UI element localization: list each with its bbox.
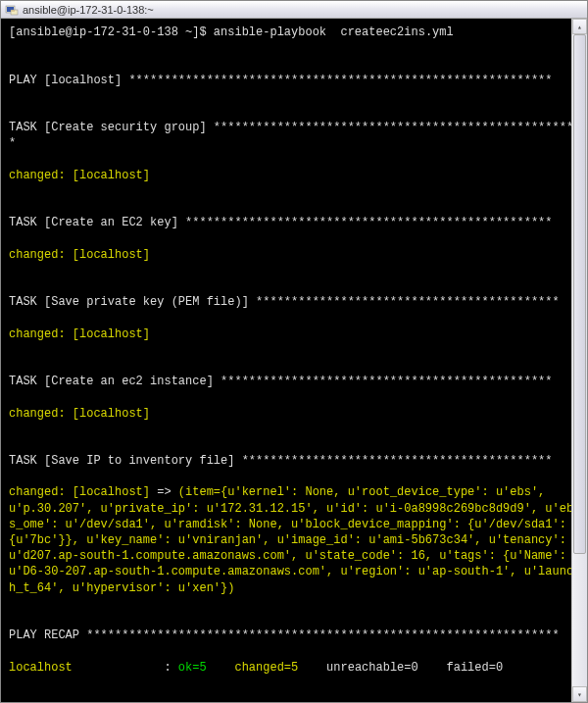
task-header: TASK [Create an EC2 key] ***************… (9, 215, 579, 230)
task-result: changed: [localhost] (9, 406, 579, 422)
title-bar[interactable]: ansible@ip-172-31-0-138:~ (1, 1, 587, 19)
task-result: changed: [localhost] (9, 168, 579, 183)
command-text: ansible-playbook createec2ins.yml (214, 25, 454, 39)
window-title: ansible@ip-172-31-0-138:~ (23, 4, 154, 16)
task-header: TASK [Save IP to inventory file] *******… (9, 453, 579, 469)
terminal-body[interactable]: [ansible@ip-172-31-0-138 ~]$ ansible-pla… (1, 19, 587, 702)
recap-header: PLAY RECAP *****************************… (9, 628, 579, 643)
task-result: changed: [localhost] (9, 326, 579, 342)
task-header: TASK [Save private key (PEM file)] *****… (9, 294, 579, 310)
terminal-window: ansible@ip-172-31-0-138:~ [ansible@ip-17… (0, 0, 588, 703)
putty-icon (5, 3, 19, 17)
recap-line: localhost : ok=5 changed=5 unreachable=0… (9, 660, 579, 676)
play-header: PLAY [localhost] ***********************… (9, 73, 579, 88)
scroll-up-button[interactable]: ▴ (572, 19, 587, 34)
task-header: TASK [Create an ec2 instance] **********… (9, 374, 579, 389)
task-header: TASK [Create security group] ***********… (9, 120, 579, 151)
vertical-scrollbar[interactable]: ▴ ▾ (571, 19, 587, 702)
shell-prompt: [ansible@ip-172-31-0-138 ~]$ (9, 25, 214, 39)
scroll-thumb[interactable] (573, 34, 586, 554)
task-result-item: changed: [localhost] => (item={u'kernel'… (9, 484, 579, 595)
scroll-down-button[interactable]: ▾ (572, 686, 587, 702)
task-result: changed: [localhost] (9, 247, 579, 263)
